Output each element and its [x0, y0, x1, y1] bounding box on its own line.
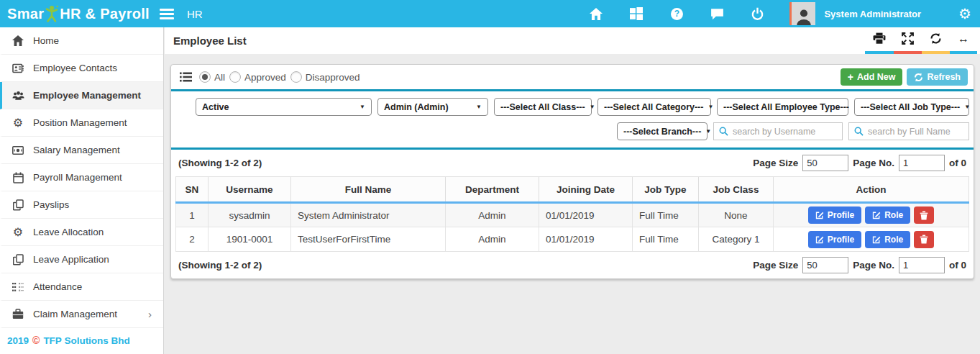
col-fullname[interactable]: Full Name — [291, 177, 446, 203]
sidebar-item-position-management[interactable]: ⚙ Position Management — [0, 109, 163, 137]
user-name[interactable]: System Administrator — [824, 9, 921, 19]
radio-approved[interactable]: Approved — [229, 71, 286, 83]
pagination-bottom: (Showing 1-2 of 2) Page Size Page No. of… — [171, 252, 974, 278]
plus-icon: + — [848, 72, 853, 82]
role-button[interactable]: Role — [865, 206, 910, 224]
profile-button[interactable]: Profile — [808, 231, 861, 248]
job-type-select[interactable]: ---Select All Job Type---▼ — [854, 98, 969, 116]
page-size-input[interactable] — [802, 155, 848, 171]
radio-all[interactable]: All — [199, 71, 225, 83]
reload-button[interactable] — [922, 27, 950, 54]
col-job-type[interactable]: Job Type — [633, 177, 699, 203]
cell-sn: 2 — [176, 227, 209, 252]
sidebar-item-claim-management[interactable]: Claim Management › — [0, 301, 163, 328]
cell-fullname: TestUserForFirstTime — [291, 227, 446, 252]
col-sn[interactable]: SN — [176, 177, 209, 203]
table-row: 2 1901-0001 TestUserForFirstTime Admin 0… — [176, 227, 969, 252]
sidebar-item-leave-application[interactable]: Leave Application — [0, 246, 163, 273]
showing-count: (Showing 1-2 of 2) — [178, 158, 262, 168]
col-joining-date[interactable]: Joining Date — [539, 177, 633, 203]
list-filter-row: All Approved Disapproved + Add New Refre… — [171, 65, 974, 91]
power-icon[interactable] — [749, 6, 765, 22]
page-no-input[interactable] — [899, 257, 945, 273]
radio-disapproved[interactable]: Disapproved — [290, 71, 360, 83]
copyright-icon: © — [32, 335, 40, 346]
department-select[interactable]: Admin (Admin)▼ — [377, 98, 488, 116]
search-icon — [719, 127, 728, 136]
page-no-input[interactable] — [899, 155, 945, 171]
delete-button[interactable] — [914, 206, 934, 224]
page-size-input[interactable] — [802, 257, 848, 273]
cell-job-type: Full Time — [633, 227, 699, 252]
gear-icon: ⚙ — [12, 117, 24, 129]
profile-button[interactable]: Profile — [808, 206, 861, 224]
col-username[interactable]: Username — [209, 177, 291, 203]
caret-down-icon: ▼ — [476, 104, 482, 110]
print-button[interactable] — [865, 27, 894, 54]
caret-down-icon: ▼ — [964, 104, 970, 110]
attendance-icon — [12, 282, 24, 292]
col-department[interactable]: Department — [446, 177, 539, 203]
class-select[interactable]: ---Select All Class---▼ — [494, 98, 592, 116]
table-header-row: SN Username Full Name Department Joining… — [176, 177, 969, 203]
chat-icon[interactable] — [709, 6, 725, 22]
branch-select[interactable]: ---Select Branch---▼ — [617, 122, 707, 140]
cell-username: sysadmin — [209, 203, 291, 227]
employee-type-select[interactable]: ---Select All Employee Type---▼ — [717, 98, 848, 116]
help-icon[interactable]: ? — [669, 6, 684, 22]
apps-grid-icon[interactable] — [628, 6, 644, 22]
cell-fullname: System Administrator — [291, 203, 446, 227]
settings-gear-icon[interactable]: ⚙ — [958, 6, 971, 21]
pagination-top: (Showing 1-2 of 2) Page Size Page No. of… — [171, 150, 974, 176]
col-action[interactable]: Action — [774, 177, 969, 203]
home-icon — [12, 35, 24, 46]
chevron-right-icon: › — [148, 308, 152, 320]
trash-icon — [920, 211, 928, 220]
home-icon[interactable] — [588, 6, 604, 22]
page-size-label: Page Size — [753, 260, 798, 271]
employees-icon — [12, 90, 24, 101]
sidebar-item-payroll-management[interactable]: Payroll Management — [0, 164, 163, 191]
logo-figure-icon — [45, 4, 59, 23]
page-no-label: Page No. — [853, 260, 894, 271]
sidebar-item-employee-management[interactable]: Employee Management — [0, 82, 163, 109]
cell-department: Admin — [446, 203, 539, 227]
title-toolbar: ↔ — [865, 27, 977, 54]
sidebar-item-attendance[interactable]: Attendance — [0, 273, 163, 301]
pages-icon — [12, 199, 24, 211]
edit-icon — [872, 235, 881, 244]
cell-joining-date: 01/01/2019 — [539, 227, 633, 252]
status-select[interactable]: Active▼ — [196, 98, 372, 116]
page-title: Employee List — [173, 35, 247, 47]
caret-down-icon: ▼ — [707, 104, 713, 110]
showing-count: (Showing 1-2 of 2) — [178, 260, 262, 271]
sidebar-item-payslips[interactable]: Payslips — [0, 191, 163, 219]
menu-toggle-button[interactable] — [160, 9, 174, 19]
radio-selected-icon — [199, 71, 211, 83]
app-logo: Smar HR & Payroll — [7, 4, 150, 23]
sidebar-item-home[interactable]: Home — [0, 27, 163, 55]
refresh-button[interactable]: Refresh — [907, 68, 968, 86]
role-button[interactable]: Role — [865, 231, 910, 248]
cell-department: Admin — [446, 227, 539, 252]
page-title-bar: Employee List ↔ — [165, 27, 980, 54]
add-new-button[interactable]: + Add New — [841, 68, 903, 86]
footer-company: TFP Solutions Bhd — [43, 335, 130, 346]
delete-button[interactable] — [914, 231, 934, 248]
page-no-label: Page No. — [853, 158, 894, 168]
fullname-search-input[interactable] — [868, 127, 963, 137]
category-select[interactable]: ---Select All Category---▼ — [597, 98, 711, 116]
page-of-label: of 0 — [949, 260, 966, 271]
sidebar-item-leave-allocation[interactable]: ⚙ Leave Allocation — [0, 219, 163, 246]
sidebar-item-salary-management[interactable]: Salary Management — [0, 137, 163, 164]
sidebar-footer: 2019 © TFP Solutions Bhd — [0, 328, 163, 353]
fullscreen-button[interactable] — [894, 27, 922, 54]
cell-job-type: Full Time — [633, 203, 699, 227]
col-job-class[interactable]: Job Class — [699, 177, 774, 203]
radio-unselected-icon — [290, 71, 302, 83]
avatar[interactable] — [789, 2, 815, 25]
username-search-input[interactable] — [733, 127, 837, 137]
sidebar-item-employee-contacts[interactable]: Employee Contacts — [0, 55, 163, 82]
resize-horizontal-button[interactable]: ↔ — [950, 27, 977, 54]
username-search — [713, 122, 843, 140]
